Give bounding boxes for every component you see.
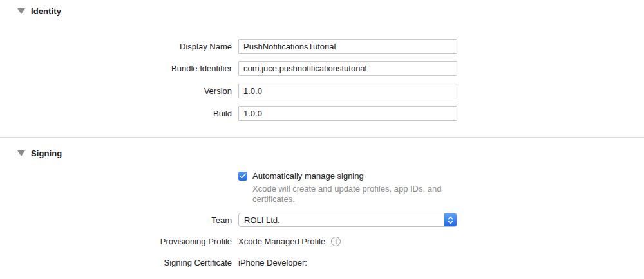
identity-section-header[interactable]: Identity (17, 6, 61, 16)
info-icon[interactable]: i (331, 237, 341, 246)
xcode-general-settings-pane: Identity Display Name Bundle Identifier … (0, 0, 644, 279)
version-input[interactable] (238, 84, 457, 98)
signing-certificate-label: Signing Certificate (0, 258, 232, 267)
team-popup-button[interactable]: ROLI Ltd. (238, 213, 457, 227)
bundle-identifier-row: Bundle Identifier (0, 61, 457, 76)
signing-section-header[interactable]: Signing (17, 148, 62, 158)
popup-chevrons-icon[interactable] (444, 213, 457, 226)
auto-manage-signing-row: Automatically manage signing (238, 171, 364, 181)
build-input[interactable] (238, 106, 457, 121)
disclosure-triangle-icon[interactable] (17, 8, 25, 14)
team-row: Team ROLI Ltd. (0, 213, 457, 227)
disclosure-triangle-icon[interactable] (17, 150, 25, 156)
signing-section-title: Signing (31, 148, 62, 158)
display-name-label: Display Name (0, 42, 232, 51)
auto-manage-signing-description: Xcode will create and update profiles, a… (252, 184, 460, 204)
team-label: Team (0, 215, 232, 225)
checkmark-icon (240, 173, 246, 179)
identity-section-title: Identity (31, 6, 61, 16)
provisioning-profile-value: Xcode Managed Profile (238, 237, 325, 246)
provisioning-profile-label: Provisioning Profile (0, 237, 232, 246)
checkbox-checked-icon[interactable] (238, 172, 247, 181)
version-label: Version (0, 86, 232, 96)
provisioning-profile-row: Provisioning Profile Xcode Managed Profi… (0, 237, 341, 246)
team-selected-value: ROLI Ltd. (244, 215, 280, 225)
display-name-row: Display Name (0, 39, 457, 54)
bundle-identifier-input[interactable] (238, 61, 457, 76)
signing-certificate-row: Signing Certificate iPhone Developer: (0, 258, 307, 267)
signing-certificate-value: iPhone Developer: (238, 258, 307, 267)
build-row: Build (0, 106, 457, 121)
display-name-input[interactable] (238, 39, 457, 54)
version-row: Version (0, 84, 457, 98)
section-divider (0, 137, 644, 138)
bundle-identifier-label: Bundle Identifier (0, 64, 232, 73)
build-label: Build (0, 109, 232, 118)
auto-manage-signing-label[interactable]: Automatically manage signing (252, 171, 364, 181)
